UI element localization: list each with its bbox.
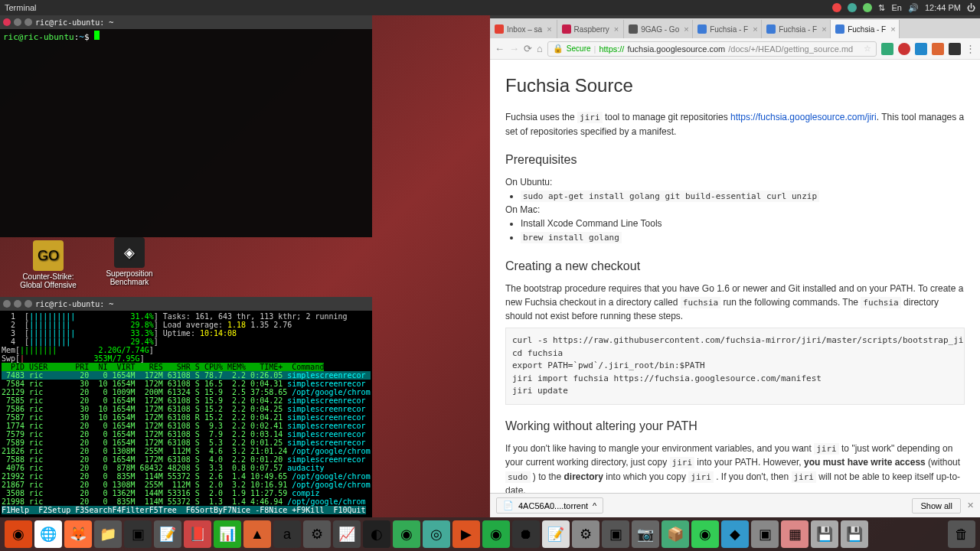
dock-app-icon[interactable]: ▶ (452, 520, 480, 548)
extension-icon[interactable] (932, 43, 944, 55)
reload-icon[interactable]: ⟳ (524, 43, 532, 54)
terminal-titlebar[interactable]: ric@ric-ubuntu: ~ (0, 297, 372, 311)
htop-footer: F1Help F2Setup F3SearchF4FilterF5Tree F6… (2, 506, 366, 514)
terminal-window-htop[interactable]: ric@ric-ubuntu: ~ 1 [|||||||||| 31.4%] T… (0, 297, 372, 517)
dock-app-icon[interactable]: ▣ (602, 520, 629, 548)
close-icon[interactable]: × (547, 24, 551, 34)
desktop-icon-csgo[interactable]: GO Counter-Strike: Global Offensive (14, 240, 83, 289)
dock-app-icon[interactable]: 📕 (184, 520, 211, 548)
tray-volume-icon[interactable]: 🔊 (908, 3, 919, 13)
close-icon[interactable]: × (753, 24, 757, 34)
dock-obs-icon[interactable]: ⏺ (512, 520, 540, 548)
home-icon[interactable]: ⌂ (537, 43, 543, 54)
chrome-window: Inbox – sa×Raspberry×9GAG - Go×Fuchsia -… (490, 15, 980, 517)
extension-icon[interactable] (949, 43, 961, 55)
power-icon[interactable]: ⏻ (967, 3, 975, 12)
htop-row: 22129 ric 20 0 1009M 200M 61324 S 15.9 2… (2, 388, 371, 396)
htop-row: 3508 ric 20 0 1362M 144M 53316 S 2.0 1.9… (2, 489, 371, 497)
pinterest-icon[interactable] (898, 43, 910, 55)
dock-firefox-icon[interactable]: 🦊 (64, 520, 92, 548)
minimize-icon[interactable] (14, 18, 21, 26)
dock-app-icon[interactable]: ◉ (482, 520, 510, 548)
download-item[interactable]: 📄 4AC56A0....torrent ^ (496, 497, 603, 514)
maximize-icon[interactable] (24, 18, 32, 26)
terminal-window-1[interactable]: ric@ric-ubuntu: ~ ric@ric-ubuntu:~$ (0, 15, 372, 237)
clock[interactable]: 12:44 PM (925, 3, 961, 12)
close-icon[interactable]: × (614, 24, 619, 34)
chevron-up-icon[interactable]: ^ (593, 501, 596, 510)
close-icon[interactable] (3, 18, 11, 26)
dock-app-icon[interactable]: 💾 (811, 520, 838, 548)
menu-icon[interactable]: ⋮ (965, 43, 975, 54)
forward-icon[interactable]: → (509, 43, 519, 54)
dock-calc-icon[interactable]: 📊 (214, 520, 241, 548)
back-icon[interactable]: ← (495, 43, 505, 54)
terminal-titlebar[interactable]: ric@ric-ubuntu: ~ (0, 15, 372, 29)
terminal-title: ric@ric-ubuntu: ~ (35, 18, 113, 27)
dock-app-icon[interactable]: 📝 (542, 520, 570, 548)
favicon (629, 24, 638, 34)
close-icon[interactable]: × (822, 24, 826, 34)
dock-app-icon[interactable]: ◆ (721, 520, 749, 548)
browser-tab[interactable]: Fuchsia - F× (693, 20, 762, 38)
dock-app-icon[interactable]: ◎ (423, 520, 450, 548)
dock-editor-icon[interactable]: 📝 (154, 520, 181, 548)
dock-chrome-icon[interactable]: 🌐 (34, 520, 62, 548)
star-icon[interactable]: ☆ (864, 44, 871, 54)
favicon (495, 24, 504, 34)
tray-network-icon[interactable]: ⇅ (878, 3, 885, 13)
browser-tab[interactable]: 9GAG - Go× (624, 20, 693, 38)
browser-tab[interactable]: Inbox – sa× (490, 20, 557, 38)
extension-icon[interactable] (915, 43, 927, 55)
dock-terminal-icon[interactable]: ▣ (124, 520, 152, 548)
htop-row: 7587 ric 30 10 1654M 172M 63108 R 15.2 2… (2, 413, 371, 422)
browser-tab[interactable]: Raspberry× (557, 20, 625, 38)
lock-icon: 🔒 (553, 44, 564, 54)
file-icon: 📄 (503, 500, 514, 510)
dock-app-icon[interactable]: ⚙ (572, 520, 599, 548)
maximize-icon[interactable] (24, 300, 32, 308)
dock-ubuntu-icon[interactable]: ◉ (5, 520, 32, 548)
dock-trash-icon[interactable]: 🗑 (948, 520, 975, 548)
browser-tab[interactable]: Fuchsia - F× (762, 20, 831, 38)
htop-row: 4076 ric 20 0 878M 68432 48208 S 3.3 0.8… (2, 464, 371, 472)
tray-notification-icon[interactable] (832, 3, 841, 12)
checkout-codeblock[interactable]: curl -s https://raw.githubusercontent.co… (505, 328, 965, 405)
extension-icon[interactable] (881, 43, 893, 55)
jiri-link[interactable]: https://fuchsia.googlesource.com/jiri (730, 112, 877, 122)
desktop-icon-superposition[interactable]: ◈ Superposition Benchmark (95, 237, 164, 286)
dock-app-icon[interactable]: ▣ (751, 520, 779, 548)
prompt-user: ric@ric-ubuntu (3, 32, 74, 42)
minimize-icon[interactable] (14, 300, 21, 308)
tray-chrome-icon[interactable] (848, 3, 857, 12)
tray-status-icon[interactable] (863, 3, 872, 12)
close-icon[interactable]: × (890, 24, 895, 34)
dock-amazon-icon[interactable]: a (273, 520, 301, 548)
terminal-body[interactable]: ric@ric-ubuntu:~$ (0, 29, 372, 44)
dock-app-icon[interactable]: 📈 (333, 520, 361, 548)
close-icon[interactable]: × (684, 24, 688, 34)
close-icon[interactable] (3, 300, 11, 308)
tab-strip: Inbox – sa×Raspberry×9GAG - Go×Fuchsia -… (490, 18, 980, 38)
show-all-button[interactable]: Show all (912, 498, 961, 514)
active-app-title: Terminal (5, 3, 37, 12)
url-field[interactable]: 🔒 Secure | https://fuchsia.googlesource.… (547, 41, 877, 57)
dock-virtualbox-icon[interactable]: 📦 (662, 520, 689, 548)
dock-app-icon[interactable]: ▲ (243, 520, 271, 548)
dock-app-icon[interactable]: 📷 (632, 520, 659, 548)
close-icon[interactable]: ✕ (967, 500, 974, 510)
htop-row: 21998 ric 20 0 835M 114M 55372 S 1.3 1.4… (2, 497, 371, 506)
htop-row: 7585 ric 20 0 1654M 172M 63108 S 15.9 2.… (2, 396, 371, 405)
browser-tab[interactable]: Fuchsia - F× (831, 20, 900, 38)
dock-app-icon[interactable]: ⚙ (303, 520, 331, 548)
dock-app-icon[interactable]: ◉ (393, 520, 420, 548)
dock-app-icon[interactable]: ◉ (691, 520, 719, 548)
favicon (835, 24, 844, 34)
dock-steam-icon[interactable]: ◐ (363, 520, 390, 548)
prompt-path: ~ (79, 32, 84, 42)
dock-files-icon[interactable]: 📁 (94, 520, 122, 548)
dock-app-icon[interactable]: ▦ (781, 520, 808, 548)
dock-app-icon[interactable]: 💾 (841, 520, 868, 548)
tray-language-icon[interactable]: En (891, 3, 901, 12)
htop-output: 1 [|||||||||| 31.4%] Tasks: 161, 643 thr… (0, 311, 372, 516)
